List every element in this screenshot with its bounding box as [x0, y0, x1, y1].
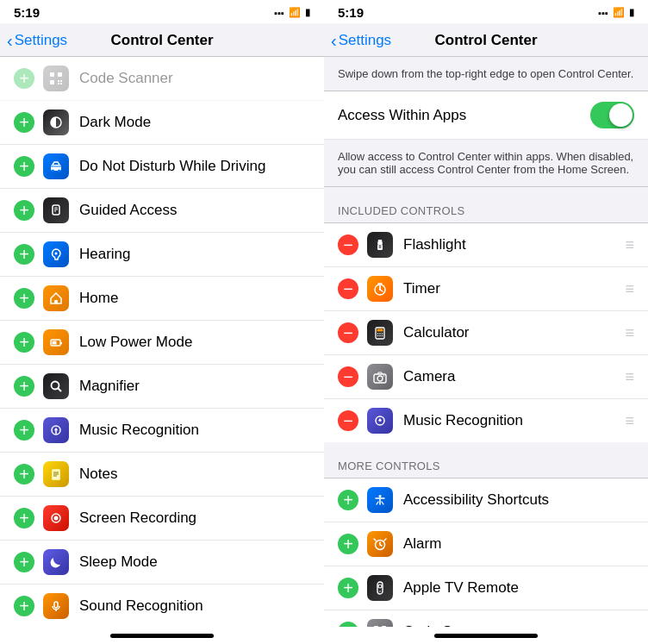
svg-rect-14 [54, 300, 58, 303]
app-icon-timer [367, 276, 393, 302]
info-text: Swipe down from the top-right edge to op… [338, 67, 633, 80]
chevron-icon-right: ‹ [331, 31, 337, 51]
add-button-appletv[interactable] [338, 578, 358, 598]
access-within-apps-row[interactable]: Access Within Apps [324, 91, 648, 140]
access-within-apps-toggle[interactable] [590, 102, 634, 128]
list-item[interactable]: Sleep Mode [0, 541, 324, 585]
drag-handle-camera: ≡ [625, 368, 634, 386]
svg-rect-2 [50, 80, 54, 84]
list-item[interactable]: Hearing [0, 233, 324, 277]
more-item-alarm[interactable]: Alarm [324, 522, 648, 566]
app-icon-flashlight [367, 232, 393, 258]
battery-icon-right: ▮ [629, 7, 634, 18]
add-button[interactable] [14, 244, 34, 265]
included-item-calculator[interactable]: Calculator ≡ [324, 311, 648, 355]
back-button-right[interactable]: ‹ Settings [331, 31, 391, 51]
signal-icon-right: ▪▪▪ [598, 8, 608, 18]
right-panel: 5:19 ▪▪▪ 📶 ▮ ‹ Settings Control Center S… [324, 0, 648, 644]
list-item[interactable]: Magnifier [0, 365, 324, 409]
app-icon-appletv [367, 575, 393, 601]
item-label: Do Not Disturb While Driving [79, 158, 310, 175]
back-button-left[interactable]: ‹ Settings [7, 31, 67, 51]
back-label-right: Settings [339, 32, 391, 49]
remove-button-music-recog[interactable] [338, 410, 358, 431]
add-button[interactable] [14, 420, 34, 441]
svg-point-10 [58, 170, 60, 172]
remove-button-flashlight[interactable] [338, 234, 358, 255]
access-note-text: Allow access to Control Center within ap… [338, 150, 633, 176]
list-item[interactable]: Home [0, 277, 324, 321]
included-item-flashlight[interactable]: Flashlight ≡ [324, 223, 648, 267]
included-item-timer[interactable]: Timer ≡ [324, 267, 648, 311]
item-label: Magnifier [79, 378, 310, 395]
add-button-accessibility[interactable] [338, 490, 358, 510]
included-controls-list: Flashlight ≡ Timer ≡ Calculator ≡ [324, 223, 648, 442]
included-item-camera[interactable]: Camera ≡ [324, 355, 648, 399]
svg-point-43 [379, 495, 382, 497]
remove-button-timer[interactable] [338, 278, 358, 299]
item-label-calculator: Calculator [403, 324, 618, 341]
more-item-appletv[interactable]: Apple TV Remote [324, 566, 648, 610]
app-icon [43, 197, 69, 223]
svg-point-37 [377, 335, 379, 337]
add-button[interactable] [14, 596, 34, 616]
list-item[interactable]: Code Scanner [0, 57, 324, 101]
add-button[interactable] [14, 508, 34, 528]
item-label-camera: Camera [403, 368, 618, 385]
list-item[interactable]: Notes [0, 453, 324, 497]
item-label: Low Power Mode [79, 334, 310, 351]
included-item-music-recog[interactable]: Music Recognition ≡ [324, 399, 648, 442]
more-controls-list: Accessibility Shortcuts Alarm Apple TV R… [324, 478, 648, 627]
app-icon [43, 593, 69, 619]
add-button-alarm[interactable] [338, 534, 358, 554]
app-icon [43, 549, 69, 575]
right-scroll-area[interactable]: Swipe down from the top-right edge to op… [324, 57, 648, 627]
access-within-apps-label: Access Within Apps [338, 107, 590, 124]
app-icon [43, 329, 69, 355]
svg-point-13 [55, 253, 58, 255]
add-button[interactable] [14, 552, 34, 572]
app-icon-alarm [367, 531, 393, 557]
list-item[interactable]: Music Recognition [0, 409, 324, 453]
svg-point-22 [54, 516, 59, 521]
item-label: Sleep Mode [79, 553, 310, 571]
list-item[interactable]: Low Power Mode [0, 321, 324, 365]
remove-button-calculator[interactable] [338, 322, 358, 343]
home-bar [110, 634, 214, 638]
add-button[interactable] [14, 156, 34, 177]
add-button[interactable] [14, 332, 34, 353]
access-note: Allow access to Control Center within ap… [324, 140, 648, 187]
app-icon [43, 417, 69, 443]
add-button[interactable] [14, 200, 34, 221]
item-label-flashlight: Flashlight [403, 236, 618, 253]
list-item[interactable]: Guided Access [0, 189, 324, 233]
more-item-code-scanner[interactable]: Code Scanner [324, 610, 648, 627]
add-button[interactable] [14, 112, 34, 133]
add-button[interactable] [14, 68, 34, 89]
list-item[interactable]: Screen Recording [0, 497, 324, 541]
status-bar-right: 5:19 ▪▪▪ 📶 ▮ [324, 0, 648, 23]
svg-point-46 [378, 585, 382, 588]
remove-button-camera[interactable] [338, 366, 358, 387]
more-item-accessibility[interactable]: Accessibility Shortcuts [324, 478, 648, 522]
add-button[interactable] [14, 464, 34, 485]
list-item[interactable]: Sound Recognition [0, 585, 324, 627]
nav-header-left: ‹ Settings Control Center [0, 23, 324, 57]
app-icon [43, 285, 69, 311]
toggle-knob [609, 103, 632, 127]
time-right: 5:19 [338, 5, 364, 20]
app-icon [43, 505, 69, 531]
app-icon-code-scanner [367, 619, 393, 627]
app-icon [43, 373, 69, 399]
wifi-icon: 📶 [289, 7, 301, 18]
left-list[interactable]: Code Scanner Dark Mode Do Not Disturb Wh… [0, 57, 324, 627]
add-button[interactable] [14, 288, 34, 309]
item-label-timer: Timer [403, 280, 618, 297]
item-label: Screen Recording [79, 510, 310, 527]
list-item[interactable]: Do Not Disturb While Driving [0, 145, 324, 189]
app-icon-calculator [367, 320, 393, 346]
list-item[interactable]: Dark Mode [0, 101, 324, 145]
svg-point-9 [52, 170, 54, 172]
app-icon-accessibility [367, 487, 393, 513]
add-button[interactable] [14, 376, 34, 397]
